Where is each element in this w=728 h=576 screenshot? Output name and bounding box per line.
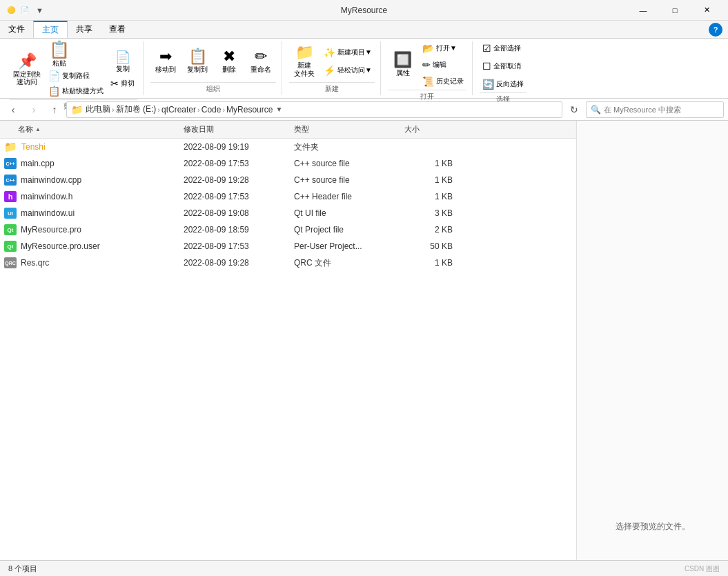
cell-size: 1 KB xyxy=(404,159,460,168)
select-none-button[interactable]: ☐ 全部取消 xyxy=(480,59,527,73)
file-name: mainwindow.cpp xyxy=(21,175,81,185)
cell-type: Per-User Project... xyxy=(294,241,404,251)
rename-icon: ✏ xyxy=(255,49,267,64)
col-header-date[interactable]: 修改日期 xyxy=(184,124,294,135)
rename-label: 重命名 xyxy=(250,66,271,73)
cell-type: 文件夹 xyxy=(294,141,404,153)
ribbon-group-select: ☑ 全部选择 ☐ 全部取消 🔄 反向选择 选择 xyxy=(474,41,532,95)
rename-button[interactable]: ✏ 重命名 xyxy=(246,42,276,81)
move-to-label: 移动到 xyxy=(155,66,176,73)
table-row[interactable]: Qt MyResource.pro 2022-08-09 18:59 Qt Pr… xyxy=(0,221,576,238)
select-none-icon: ☐ xyxy=(482,61,491,72)
delete-button[interactable]: ✖ 删除 xyxy=(214,42,244,81)
up-button[interactable]: ↑ xyxy=(46,101,63,118)
refresh-button[interactable]: ↻ xyxy=(565,101,583,118)
ribbon-help-button[interactable]: ? xyxy=(709,23,722,37)
path-part-code[interactable]: Code xyxy=(201,105,222,115)
select-all-button[interactable]: ☑ 全部选择 xyxy=(480,41,527,55)
col-header-size[interactable]: 大小 xyxy=(404,124,460,135)
copy-to-button[interactable]: 📋 复制到 xyxy=(182,42,213,81)
paste-icon: 📋 xyxy=(49,41,70,58)
cell-date: 2022-08-09 17:53 xyxy=(184,241,294,251)
tab-file[interactable]: 文件 xyxy=(0,21,33,38)
properties-button[interactable]: 🔲 属性 xyxy=(388,46,418,84)
minimize-button[interactable]: — xyxy=(627,0,659,21)
path-sep-4: › xyxy=(222,106,225,114)
col-header-name[interactable]: 名称 ▲ xyxy=(4,124,184,135)
delete-label: 删除 xyxy=(222,66,236,73)
new-folder-label: 新建文件夹 xyxy=(294,61,315,77)
invert-selection-button[interactable]: 🔄 反向选择 xyxy=(480,77,527,91)
pin-icon: 📌 xyxy=(18,54,37,69)
col-date-label: 修改日期 xyxy=(184,124,214,135)
easy-access-button[interactable]: ⚡ 轻松访问▼ xyxy=(321,63,375,77)
tab-view[interactable]: 查看 xyxy=(101,21,134,38)
easy-access-label: 轻松访问▼ xyxy=(337,66,372,75)
move-to-button[interactable]: ➡ 移动到 xyxy=(150,42,181,81)
table-row[interactable]: Qt MyResource.pro.user 2022-08-09 17:53 … xyxy=(0,238,576,255)
col-size-label: 大小 xyxy=(404,124,420,135)
organize-buttons: ➡ 移动到 📋 复制到 ✖ 删除 ✏ 重命名 xyxy=(150,41,276,81)
search-box: 🔍 xyxy=(586,101,724,118)
file-name: Res.qrc xyxy=(21,258,49,268)
paste-shortcut-button[interactable]: 📋 粘贴快捷方式 xyxy=(46,84,106,98)
edit-icon: ✏ xyxy=(422,59,431,70)
col-header-type[interactable]: 类型 xyxy=(294,124,404,135)
maximize-button[interactable]: □ xyxy=(659,0,691,21)
history-button[interactable]: 📜 历史记录 xyxy=(420,75,466,88)
new-folder-button[interactable]: 📁 新建文件夹 xyxy=(289,42,319,81)
open-button[interactable]: 📂 打开▼ xyxy=(420,41,466,55)
back-button[interactable]: ‹ xyxy=(4,101,22,118)
cell-date: 2022-08-09 19:28 xyxy=(184,258,294,268)
cell-type: C++ source file xyxy=(294,175,404,185)
table-row[interactable]: h mainwindow.h 2022-08-09 17:53 C++ Head… xyxy=(0,188,576,205)
cell-type: QRC 文件 xyxy=(294,257,404,269)
path-part-myresource[interactable]: MyResource xyxy=(226,105,273,115)
cut-label: 剪切 xyxy=(121,79,135,88)
copy-path-button[interactable]: 📄 复制路径 xyxy=(46,69,106,83)
file-name: MyResource.pro xyxy=(21,225,81,235)
pin-to-quick-button[interactable]: 📌 固定到快速访问 xyxy=(10,50,44,89)
move-to-icon: ➡ xyxy=(159,49,172,64)
preview-pane: 选择要预览的文件。 xyxy=(576,121,728,560)
search-input[interactable] xyxy=(604,106,719,114)
tab-share[interactable]: 共享 xyxy=(68,21,101,38)
cell-size: 50 KB xyxy=(404,241,460,251)
copy-label: 复制 xyxy=(116,65,130,72)
forward-button[interactable]: › xyxy=(25,101,43,118)
title-icon-1: 🟡 xyxy=(6,5,17,16)
cell-date: 2022-08-09 19:19 xyxy=(184,142,294,152)
close-button[interactable]: ✕ xyxy=(691,0,722,21)
paste-button[interactable]: 📋 粘贴 xyxy=(46,41,73,68)
table-row[interactable]: C++ main.cpp 2022-08-09 17:53 C++ source… xyxy=(0,155,576,172)
properties-label: 属性 xyxy=(396,69,410,77)
table-row[interactable]: 📁 Tenshi 2022-08-09 19:19 文件夹 xyxy=(0,139,576,155)
new-item-button[interactable]: ✨ 新建项目▼ xyxy=(321,46,375,59)
properties-icon: 🔲 xyxy=(393,52,412,68)
file-name: MyResource.pro.user xyxy=(21,241,100,251)
copy-button[interactable]: 📄 复制 xyxy=(108,49,137,75)
title-icon-2: 📄 xyxy=(19,5,30,16)
table-row[interactable]: QRC Res.qrc 2022-08-09 19:28 QRC 文件 1 KB xyxy=(0,255,576,271)
edit-button[interactable]: ✏ 编辑 xyxy=(420,58,466,72)
path-part-drive[interactable]: 新加卷 (E:) xyxy=(116,103,157,115)
delete-icon: ✖ xyxy=(223,49,235,64)
address-folder-icon: 📁 xyxy=(71,104,83,115)
table-row[interactable]: UI mainwindow.ui 2022-08-09 19:08 Qt UI … xyxy=(0,205,576,221)
file-area: 名称 ▲ 修改日期 类型 大小 📁 Tenshi 2022-08-09 19:1… xyxy=(0,121,728,560)
cell-date: 2022-08-09 17:53 xyxy=(184,159,294,168)
path-dropdown-arrow[interactable]: ▼ xyxy=(275,106,282,113)
ribbon-group-new: 📁 新建文件夹 ✨ 新建项目▼ ⚡ 轻松访问▼ 新建 xyxy=(284,41,381,95)
open-buttons: 🔲 属性 📂 打开▼ ✏ 编辑 📜 历史记录 xyxy=(388,41,466,88)
new-item-label: 新建项目▼ xyxy=(337,48,372,57)
title-bar: 🟡 📄 ▼ MyResource — □ ✕ xyxy=(0,0,728,21)
path-part-pc[interactable]: 此电脑 xyxy=(86,103,110,115)
easy-access-icon: ⚡ xyxy=(324,65,335,76)
tab-home[interactable]: 主页 xyxy=(33,21,68,38)
path-part-qt[interactable]: qtCreater xyxy=(161,105,196,115)
table-row[interactable]: C++ mainwindow.cpp 2022-08-09 19:28 C++ … xyxy=(0,172,576,188)
address-path[interactable]: 📁 此电脑 › 新加卷 (E:) › qtCreater › Code › My… xyxy=(66,101,562,118)
item-count: 8 个项目 xyxy=(8,564,37,574)
invert-label: 反向选择 xyxy=(496,79,524,89)
cut-button[interactable]: ✂ 剪切 xyxy=(108,77,137,90)
